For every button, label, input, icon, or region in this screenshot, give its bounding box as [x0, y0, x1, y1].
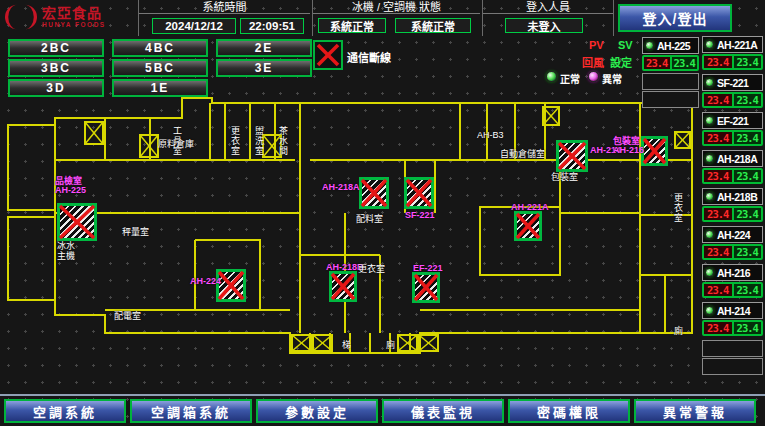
unit-label-EF-221: EF-221: [413, 264, 443, 273]
pv-value: 23.4: [704, 170, 734, 182]
ahu-status-value: 系統正常: [395, 18, 471, 33]
ahu-unit-AH-221A[interactable]: [514, 211, 542, 241]
equipment-values-SF-221: 23.423.4: [702, 92, 763, 108]
floor-button-3E[interactable]: 3E: [216, 59, 312, 77]
unit-label-line: AH-218A: [322, 183, 360, 192]
sv-value: 23.4: [734, 246, 762, 258]
ahu-unit-AH-225[interactable]: [57, 203, 97, 241]
nav-button-5[interactable]: 密碼權限: [508, 399, 630, 423]
status-led-icon: [645, 41, 654, 50]
stair-icon: [675, 132, 690, 148]
equipment-name: AH-218A: [717, 153, 757, 165]
equipment-panel-AH-224[interactable]: AH-224: [702, 226, 763, 243]
nav-button-3[interactable]: 參數設定: [256, 399, 378, 423]
unit-label-line: AH-224: [190, 277, 221, 286]
pv-value: 23.4: [704, 94, 734, 106]
equipment-values-AH-221A: 23.423.4: [702, 54, 763, 70]
ahu-unit-AH-218A[interactable]: [359, 177, 389, 209]
comm-loss-label: 通信斷線: [347, 49, 391, 65]
sv-value: 23.4: [672, 57, 698, 69]
equipment-name: EF-221: [717, 115, 748, 127]
unit-label-line: EF-221: [413, 264, 443, 273]
pv-name-label: 回風: [582, 54, 604, 70]
ahu-unit-AH-214[interactable]: [556, 140, 588, 172]
room-label: 配電室: [114, 312, 141, 322]
sv-label: SV: [618, 39, 633, 51]
status-led-icon: [705, 78, 714, 87]
pv-value: 23.4: [704, 132, 734, 144]
ahu-unit-AH-216[interactable]: [641, 136, 668, 166]
chiller-status-value: 系統正常: [318, 18, 386, 33]
floor-button-2E[interactable]: 2E: [216, 39, 312, 57]
equipment-panel-AH-221A[interactable]: AH-221A: [702, 36, 763, 53]
stair-icon: [419, 335, 438, 351]
nav-button-6[interactable]: 異常警報: [634, 399, 756, 423]
sv-value: 23.4: [734, 208, 762, 220]
equipment-panel-empty: [642, 73, 699, 90]
floor-button-3BC[interactable]: 3BC: [8, 59, 104, 77]
nav-button-1[interactable]: 空調系統: [4, 399, 126, 423]
pv-value: 23.4: [704, 322, 734, 334]
pv-value: 23.4: [704, 56, 734, 68]
equipment-values-EF-221: 23.423.4: [702, 130, 763, 146]
room-label: 更衣室: [229, 126, 239, 156]
company-logo: 宏亞食品 HUNYA FOODS: [4, 2, 106, 32]
nav-separator: [0, 394, 765, 396]
normal-led-icon: [546, 71, 557, 82]
room-label: 冰水主機: [57, 242, 83, 262]
room-label: 配料室: [356, 215, 383, 225]
equipment-panel-empty: [702, 358, 763, 375]
floor-button-4BC[interactable]: 4BC: [112, 39, 208, 57]
equipment-panel-SF-221[interactable]: SF-221: [702, 74, 763, 91]
equipment-panel-AH-225[interactable]: AH-225: [642, 37, 699, 54]
room-label: 廁: [386, 341, 395, 351]
login-logout-button[interactable]: 登入/登出: [618, 4, 732, 32]
room-label: 更衣室: [672, 193, 682, 223]
pv-value: 23.4: [704, 208, 734, 220]
normal-label: 正常: [560, 71, 580, 86]
floor-button-5BC[interactable]: 5BC: [112, 59, 208, 77]
pv-value: 23.4: [704, 284, 734, 296]
brand-subtitle: HUNYA FOODS: [42, 22, 106, 29]
sv-value: 23.4: [734, 322, 762, 334]
equipment-panel-AH-216[interactable]: AH-216: [702, 264, 763, 281]
equipment-panel-AH-218B[interactable]: AH-218B: [702, 188, 763, 205]
comm-loss-icon: [313, 40, 343, 70]
abnormal-led-icon: [588, 71, 599, 82]
unit-label-SF-221: SF-221: [405, 211, 435, 220]
equipment-values-AH-225: 23.423.4: [642, 55, 699, 71]
room-label: 更衣室: [358, 265, 385, 275]
login-status-value: 未登入: [505, 18, 583, 33]
system-date-value: 2024/12/12: [152, 18, 236, 34]
equipment-panel-EF-221[interactable]: EF-221: [702, 112, 763, 129]
sv-name-label: 設定: [610, 54, 632, 70]
pv-value: 23.4: [704, 246, 734, 258]
sv-value: 23.4: [734, 170, 762, 182]
room-label: 自動倉儲室: [500, 150, 545, 160]
floor-button-3D[interactable]: 3D: [8, 79, 104, 97]
unit-label-line: AH-225: [55, 186, 86, 195]
nav-button-2[interactable]: 空調箱系統: [130, 399, 252, 423]
status-led-icon: [705, 116, 714, 125]
sv-value: 23.4: [734, 94, 762, 106]
floor-button-1E[interactable]: 1E: [112, 79, 208, 97]
equipment-panel-AH-218A[interactable]: AH-218A: [702, 150, 763, 167]
room-label: 茶水間: [277, 126, 287, 156]
equipment-panel-AH-214[interactable]: AH-214: [702, 302, 763, 319]
unit-label-AH-221A: AH-221A: [511, 203, 549, 212]
stair-icon: [398, 335, 417, 351]
equipment-values-AH-214: 23.423.4: [702, 320, 763, 336]
room-label: 原料倉庫: [158, 140, 194, 150]
ahu-unit-EF-221[interactable]: [412, 272, 440, 303]
pv-label: PV: [589, 39, 604, 51]
unit-label-line: SF-221: [405, 211, 435, 220]
room-label: 梯: [342, 341, 351, 351]
machine-status-label: 冰機 / 空調機 狀態: [313, 0, 480, 14]
nav-button-4[interactable]: 儀表監視: [382, 399, 504, 423]
floor-button-2BC[interactable]: 2BC: [8, 39, 104, 57]
ahu-unit-AH-218B[interactable]: [329, 271, 357, 302]
equipment-values-AH-216: 23.423.4: [702, 282, 763, 298]
ahu-unit-SF-221[interactable]: [404, 177, 434, 209]
equipment-name: AH-221A: [717, 39, 757, 51]
sv-value: 23.4: [734, 132, 762, 144]
